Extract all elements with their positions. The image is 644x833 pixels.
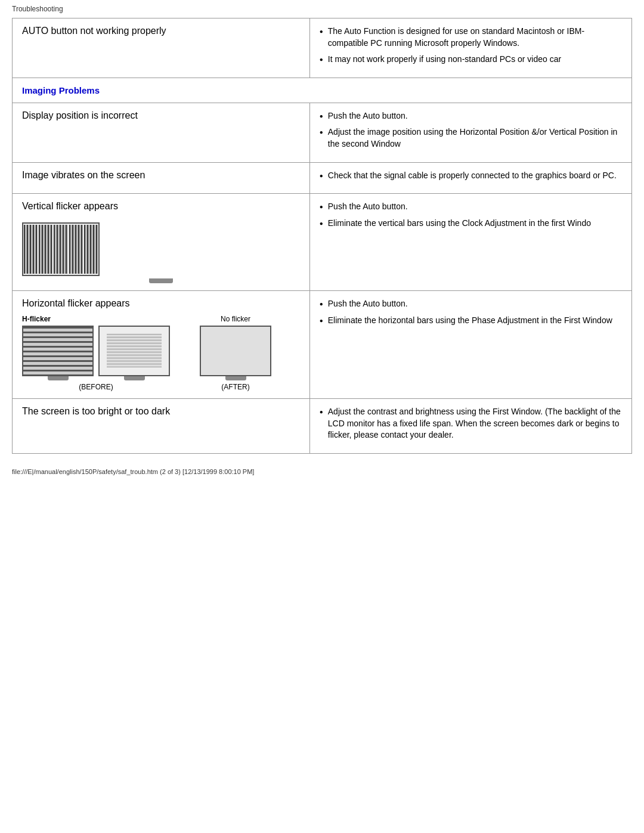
list-item: The Auto Function is designed for use on…: [320, 26, 622, 49]
problem-cell-vibrates: Image vibrates on the screen: [13, 162, 310, 194]
problem-cell-auto: AUTO button not working properly: [13, 18, 310, 78]
solution-cell-vflicker: Push the Auto button. Eliminate the vert…: [309, 194, 631, 291]
after-group: No flicker (AFTER): [200, 315, 271, 391]
hbar-lines-2: [107, 334, 162, 368]
problem-cell-hflicker: Horizontal flicker appears H-flicker: [13, 291, 310, 399]
main-table: AUTO button not working properly The Aut…: [12, 18, 632, 454]
section-header-text: Imaging Problems: [22, 85, 100, 95]
solution-cell-display: Push the Auto button. Adjust the image p…: [309, 103, 631, 162]
vbar: [54, 225, 67, 274]
before-monitor-2: [98, 326, 170, 380]
list-item: Check that the signal cable is properly …: [320, 170, 622, 182]
monitor-image-after: [200, 326, 271, 376]
list-item: Eliminate the horizontal bars using the …: [320, 315, 622, 327]
table-row-brightness: The screen is too bright or too dark Adj…: [13, 399, 632, 454]
no-flicker-label: No flicker: [200, 315, 271, 323]
problem-text-display: Display position is incorrect: [22, 110, 138, 120]
breadcrumb: Troubleshooting: [12, 5, 632, 13]
monitor-image-before1: [22, 326, 94, 376]
problem-cell-brightness: The screen is too bright or too dark: [13, 399, 310, 454]
solution-cell-vibrates: Check that the signal cable is properly …: [309, 162, 631, 194]
monitor-stand: [149, 278, 173, 283]
problem-title-hflicker: Horizontal flicker appears: [22, 298, 300, 309]
status-bar: file:///E|/manual/english/150P/safety/sa…: [12, 466, 632, 478]
vbar: [24, 225, 38, 274]
table-row: AUTO button not working properly The Aut…: [13, 18, 632, 78]
solution-list-vflicker: Push the Auto button. Eliminate the vert…: [320, 201, 622, 229]
list-item: It may not work properly if using non-st…: [320, 54, 622, 66]
hbar-lines-1: [23, 327, 92, 375]
table-row-horizontal-flicker: Horizontal flicker appears H-flicker: [13, 291, 632, 399]
before-label: (BEFORE): [22, 383, 170, 391]
monitor-stand-after: [225, 376, 246, 380]
vbar: [69, 225, 83, 274]
problem-text-vibrates: Image vibrates on the screen: [22, 170, 145, 180]
hflicker-diagram: H-flicker: [22, 315, 300, 391]
list-item: Adjust the image position using the Hori…: [320, 126, 622, 150]
solution-cell-hflicker: Push the Auto button. Eliminate the hori…: [309, 291, 631, 399]
before-monitor-1: [22, 326, 94, 380]
monitor-stand-1: [48, 376, 69, 380]
problem-text-brightness: The screen is too bright or too dark: [22, 406, 170, 416]
solution-list-hflicker: Push the Auto button. Eliminate the hori…: [320, 298, 622, 326]
vbar: [39, 225, 52, 274]
before-monitors: [22, 326, 170, 380]
page-wrapper: Troubleshooting AUTO button not working …: [0, 0, 644, 490]
solution-list-display: Push the Auto button. Adjust the image p…: [320, 110, 622, 150]
no-flicker-screen: [201, 327, 270, 375]
problem-cell-display: Display position is incorrect: [13, 103, 310, 162]
solution-cell-auto: The Auto Function is designed for use on…: [309, 18, 631, 78]
table-row: Image vibrates on the screen Check that …: [13, 162, 632, 194]
vflicker-diagram: [22, 218, 300, 283]
vflicker-bars: [23, 224, 98, 275]
solution-list-auto: The Auto Function is designed for use on…: [320, 26, 622, 66]
problem-cell-vflicker: Vertical flicker appears: [13, 194, 310, 291]
solution-cell-brightness: Adjust the contrast and brightness using…: [309, 399, 631, 454]
before-group: H-flicker: [22, 315, 170, 391]
list-item: Push the Auto button.: [320, 201, 622, 213]
table-row: Display position is incorrect Push the A…: [13, 103, 632, 162]
problem-title-vflicker: Vertical flicker appears: [22, 201, 300, 212]
solution-list-vibrates: Check that the signal cable is properly …: [320, 170, 622, 182]
h-flicker-label: H-flicker: [22, 315, 170, 323]
monitor-stand-2: [124, 376, 145, 380]
vflicker-image: [22, 222, 100, 276]
section-header-cell: Imaging Problems: [13, 78, 632, 103]
section-header-row: Imaging Problems: [13, 78, 632, 103]
solution-list-brightness: Adjust the contrast and brightness using…: [320, 406, 622, 441]
list-item: Push the Auto button.: [320, 110, 622, 122]
problem-text-auto: AUTO button not working properly: [22, 26, 166, 36]
after-monitor: [200, 326, 271, 380]
vbar: [84, 225, 98, 274]
monitor-image-before2: [98, 326, 170, 376]
list-item: Eliminate the vertical bars using the Cl…: [320, 218, 622, 230]
after-label: (AFTER): [200, 383, 271, 391]
list-item: Adjust the contrast and brightness using…: [320, 406, 622, 441]
table-row-vertical-flicker: Vertical flicker appears: [13, 194, 632, 291]
list-item: Push the Auto button.: [320, 298, 622, 310]
